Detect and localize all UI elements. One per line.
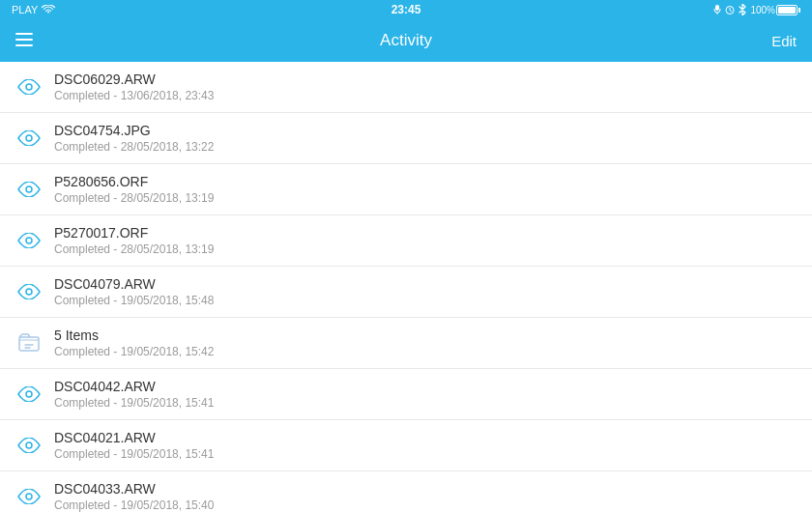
item-info: P5280656.ORF Completed - 28/05/2018, 13:…: [54, 174, 797, 205]
list-item[interactable]: 5 Items Completed - 19/05/2018, 15:42: [0, 318, 812, 369]
svg-point-9: [26, 238, 32, 243]
item-info: DSC04754.JPG Completed - 28/05/2018, 13:…: [54, 123, 797, 154]
item-name: DSC04754.JPG: [54, 123, 797, 138]
menu-button[interactable]: [15, 31, 33, 51]
phone-container: PLAY 23:45: [0, 0, 812, 512]
item-date: Completed - 28/05/2018, 13:19: [54, 191, 797, 205]
svg-point-10: [26, 289, 32, 295]
item-date: Completed - 19/05/2018, 15:40: [54, 498, 797, 512]
item-date: Completed - 19/05/2018, 15:48: [54, 294, 797, 307]
item-info: 5 Items Completed - 19/05/2018, 15:42: [54, 327, 797, 358]
eye-icon: [15, 483, 43, 510]
edit-button[interactable]: Edit: [771, 33, 797, 49]
carrier-label: PLAY: [12, 4, 38, 15]
list-item[interactable]: P5280656.ORF Completed - 28/05/2018, 13:…: [0, 164, 812, 215]
list-item[interactable]: DSC04079.ARW Completed - 19/05/2018, 15:…: [0, 267, 812, 318]
battery-indicator: 100%: [750, 5, 800, 15]
eye-icon: [15, 176, 43, 203]
app-header: Activity Edit: [0, 19, 812, 62]
list-item[interactable]: DSC06029.ARW Completed - 13/06/2018, 23:…: [0, 62, 812, 113]
svg-point-16: [26, 494, 32, 499]
eye-icon: [15, 432, 43, 459]
svg-point-14: [26, 391, 32, 397]
hamburger-icon: [15, 33, 33, 46]
eye-icon: [15, 278, 43, 305]
item-name: DSC06029.ARW: [54, 71, 797, 87]
eye-icon: [15, 125, 43, 152]
status-bar: PLAY 23:45: [0, 0, 812, 19]
item-info: DSC06029.ARW Completed - 13/06/2018, 23:…: [54, 71, 797, 102]
eye-icon: [15, 381, 43, 408]
list-item[interactable]: DSC04042.ARW Completed - 19/05/2018, 15:…: [0, 369, 812, 420]
svg-rect-5: [15, 44, 33, 46]
list-item[interactable]: P5270017.ORF Completed - 28/05/2018, 13:…: [0, 215, 812, 267]
item-date: Completed - 19/05/2018, 15:41: [54, 447, 797, 461]
eye-icon: [15, 73, 43, 100]
item-name: DSC04042.ARW: [54, 379, 797, 394]
svg-point-7: [26, 135, 32, 141]
item-name: P5280656.ORF: [54, 174, 797, 189]
page-title: Activity: [380, 31, 432, 50]
svg-point-15: [26, 442, 32, 448]
alarm-icon: [725, 5, 735, 14]
item-info: DSC04021.ARW Completed - 19/05/2018, 15:…: [54, 430, 797, 461]
item-name: 5 Items: [54, 327, 797, 343]
item-date: Completed - 28/05/2018, 13:22: [54, 140, 797, 154]
status-right: 100%: [713, 4, 800, 15]
list-item[interactable]: DSC04754.JPG Completed - 28/05/2018, 13:…: [0, 113, 812, 164]
svg-rect-11: [19, 337, 39, 351]
list-item[interactable]: DSC04021.ARW Completed - 19/05/2018, 15:…: [0, 420, 812, 471]
item-date: Completed - 13/06/2018, 23:43: [54, 89, 797, 102]
folder-icon: [15, 329, 43, 356]
item-name: DSC04021.ARW: [54, 430, 797, 445]
item-date: Completed - 19/05/2018, 15:42: [54, 345, 797, 358]
item-name: DSC04079.ARW: [54, 276, 797, 292]
item-info: DSC04033.ARW Completed - 19/05/2018, 15:…: [54, 481, 797, 512]
item-date: Completed - 28/05/2018, 13:19: [54, 242, 797, 256]
svg-point-6: [26, 84, 32, 90]
list-item[interactable]: DSC04033.ARW Completed - 19/05/2018, 15:…: [0, 471, 812, 512]
svg-rect-3: [15, 33, 33, 35]
item-info: DSC04042.ARW Completed - 19/05/2018, 15:…: [54, 379, 797, 410]
status-left: PLAY: [12, 4, 55, 15]
status-time: 23:45: [392, 3, 421, 16]
svg-point-8: [26, 186, 32, 192]
eye-icon: [15, 227, 43, 254]
svg-rect-4: [15, 39, 33, 41]
item-date: Completed - 19/05/2018, 15:41: [54, 396, 797, 410]
activity-list: DSC06029.ARW Completed - 13/06/2018, 23:…: [0, 62, 812, 512]
svg-rect-0: [715, 5, 719, 11]
item-name: DSC04033.ARW: [54, 481, 797, 497]
item-info: DSC04079.ARW Completed - 19/05/2018, 15:…: [54, 276, 797, 307]
item-info: P5270017.ORF Completed - 28/05/2018, 13:…: [54, 225, 797, 256]
battery-percent: 100%: [750, 5, 775, 15]
wifi-icon: [42, 5, 55, 14]
mute-icon: [713, 5, 721, 14]
bluetooth-icon: [739, 4, 746, 15]
item-name: P5270017.ORF: [54, 225, 797, 241]
